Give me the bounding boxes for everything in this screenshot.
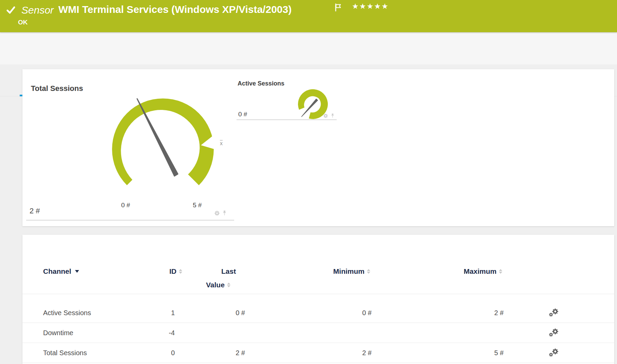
channel-gear-icon[interactable]: [323, 113, 328, 118]
minimum-value: 2 #: [362, 343, 372, 363]
channel-name[interactable]: Total Sessions: [43, 343, 87, 363]
sensor-status-text: OK: [18, 19, 28, 26]
double-gear-icon: [549, 328, 559, 338]
channel-id: 1: [171, 303, 175, 323]
column-header-channel[interactable]: Channel: [43, 267, 79, 275]
channel-settings-button[interactable]: [549, 303, 560, 323]
channel-gear-icon[interactable]: [214, 210, 220, 216]
maximum-value: 5 #: [494, 343, 504, 363]
tile-underline: [26, 220, 234, 221]
prtg-sensor-page: Sensor WMI Terminal Services (Windows XP…: [0, 0, 617, 364]
priority-stars[interactable]: ★★★★★: [352, 2, 389, 11]
header-divider: [22, 294, 614, 294]
object-kind-label: Sensor: [21, 4, 54, 16]
pin-icon[interactable]: [222, 210, 227, 216]
header-label: Value: [206, 281, 225, 289]
channel-settings-button[interactable]: [549, 323, 560, 343]
tile-tools: [214, 210, 227, 216]
table-row: Total Sessions 0 2 # 2 # 5 #: [22, 343, 614, 363]
minimum-value: 0 #: [362, 303, 372, 323]
total-sessions-gauge: [102, 88, 224, 210]
check-icon: [6, 5, 16, 15]
sort-caret-icon: [75, 270, 79, 273]
gauges-panel: Total Sessions x 2 # 0 # 5 #: [22, 69, 614, 226]
last-value: 0 #: [236, 303, 245, 323]
header-label: Last: [221, 267, 236, 275]
tab-bar: Overview Live Data 2 days 30 days 365 da…: [0, 32, 617, 64]
flag-icon: [334, 3, 342, 12]
gauge-title-active-sessions: Active Sessions: [238, 80, 284, 87]
column-header-id[interactable]: ID: [169, 267, 182, 275]
sort-arrows-icon: [227, 283, 230, 287]
table-row: Downtime -4: [22, 323, 614, 343]
average-marker: x: [220, 140, 223, 147]
channel-name[interactable]: Active Sessions: [43, 303, 91, 323]
column-header-last-value-line2[interactable]: Value: [206, 281, 230, 289]
header-label: Minimum: [333, 267, 364, 275]
last-value: 2 #: [236, 343, 245, 363]
sort-arrows-icon: [179, 269, 182, 274]
maximum-value: 2 #: [494, 303, 504, 323]
sensor-status-header: Sensor WMI Terminal Services (Windows XP…: [0, 0, 617, 32]
active-sessions-current-value: 0 #: [238, 111, 247, 118]
header-label: ID: [169, 267, 176, 275]
sort-arrows-icon: [499, 269, 502, 274]
sensor-title: WMI Terminal Services (Windows XP/Vista/…: [58, 4, 292, 15]
tile-tools: [323, 113, 335, 118]
table-row: Active Sessions 1 0 # 0 # 2 #: [22, 303, 614, 323]
channel-name[interactable]: Downtime: [43, 323, 73, 343]
gauge-scale-min: 0 #: [121, 202, 130, 209]
channel-id: 0: [171, 343, 175, 363]
tile-underline: [237, 119, 337, 120]
gauge-scale-max: 5 #: [193, 202, 202, 209]
column-header-minimum[interactable]: Minimum: [333, 267, 370, 275]
column-header-last-value-line1[interactable]: Last: [221, 267, 236, 275]
double-gear-icon: [549, 348, 559, 358]
double-gear-icon: [549, 308, 559, 318]
channels-panel: Channel ID Last Value Minimum Maximum: [22, 235, 614, 364]
gauge-title-total-sessions: Total Sessions: [31, 84, 83, 93]
sort-arrows-icon: [367, 269, 370, 274]
column-header-maximum[interactable]: Maximum: [464, 267, 502, 275]
pin-icon[interactable]: [331, 113, 335, 118]
header-label: Channel: [43, 267, 71, 275]
channel-settings-button[interactable]: [549, 343, 560, 363]
header-label: Maximum: [464, 267, 497, 275]
total-sessions-current-value: 2 #: [30, 207, 40, 215]
channel-id: -4: [169, 323, 175, 343]
